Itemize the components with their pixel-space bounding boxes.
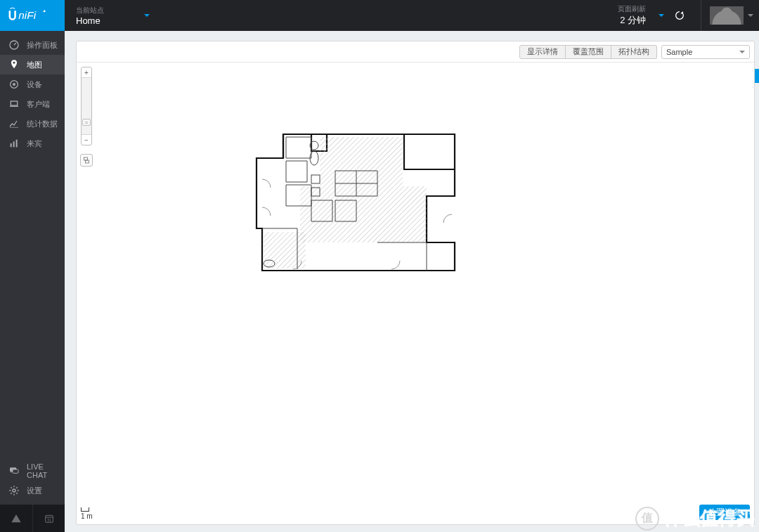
bar-chart-icon: [8, 138, 20, 149]
zoom-out-button[interactable]: −: [82, 135, 91, 145]
svg-rect-20: [300, 186, 427, 242]
site-name: Home: [76, 15, 104, 26]
topology-button[interactable]: 拓扑结构: [611, 45, 657, 59]
svg-point-3: [13, 62, 15, 64]
svg-text:31: 31: [47, 518, 51, 522]
svg-point-12: [13, 489, 15, 492]
nav-list: 操作面板 地图 设备 客户端 统计数据: [0, 31, 65, 153]
place-device-button[interactable]: 放置设备: [699, 505, 750, 520]
scale-label: 1 m: [81, 512, 93, 520]
main-content: 显示详情 覆盖范围 拓扑结构 Sample + −: [65, 31, 759, 532]
floorplan-image: [251, 130, 469, 276]
site-label: 当前站点: [76, 6, 104, 15]
refresh-value: 2 分钟: [618, 14, 646, 27]
coverage-button[interactable]: 覆盖范围: [566, 45, 611, 59]
topbar: niFi 当前站点 Home 页面刷新 2 分钟: [0, 0, 759, 31]
svg-rect-24: [311, 175, 320, 183]
chevron-down-icon[interactable]: [659, 14, 664, 17]
sidebar-item-label: 设置: [27, 486, 42, 496]
scale-indicator: 1 m: [81, 507, 93, 520]
sidebar-item-map[interactable]: 地图: [0, 55, 65, 74]
svg-rect-16: [84, 157, 88, 160]
sidebar-item-label: 客户端: [27, 99, 50, 110]
svg-point-1: [44, 11, 46, 13]
scale-bar-icon: [81, 507, 89, 512]
svg-rect-7: [11, 143, 12, 147]
sidebar-item-dashboard[interactable]: 操作面板: [0, 35, 65, 55]
chat-icon: [8, 465, 20, 476]
map-select-value: Sample: [666, 48, 692, 56]
map-select[interactable]: Sample: [661, 45, 750, 59]
refresh-label: 页面刷新: [618, 4, 646, 14]
user-menu[interactable]: [701, 0, 759, 31]
gauge-icon: [8, 39, 20, 51]
sidebar-item-livechat[interactable]: LIVE CHAT: [0, 461, 65, 481]
disc-icon: [8, 79, 20, 90]
map-toolbar: 显示详情 覆盖范围 拓扑结构 Sample: [77, 41, 754, 63]
refresh-icon[interactable]: [674, 10, 685, 21]
sidebar-item-guests[interactable]: 来宾: [0, 134, 65, 153]
sidebar-item-label: 来宾: [27, 138, 42, 149]
orientation-button[interactable]: [80, 154, 93, 167]
chevron-down-icon: [748, 14, 753, 17]
sidebar-item-devices[interactable]: 设备: [0, 74, 65, 94]
sidebar: 操作面板 地图 设备 客户端 统计数据: [0, 31, 65, 505]
svg-rect-6: [11, 101, 17, 105]
sidebar-item-label: 统计数据: [27, 119, 58, 129]
laptop-icon: [8, 98, 20, 110]
sidebar-item-stats[interactable]: 统计数据: [0, 114, 65, 134]
detail-button[interactable]: 显示详情: [519, 45, 566, 59]
zoom-control: + −: [81, 67, 92, 145]
zoom-thumb[interactable]: [82, 119, 91, 126]
chevron-down-icon[interactable]: [144, 14, 150, 17]
footer-strip: 31: [0, 505, 65, 532]
pin-icon: [8, 59, 20, 70]
line-chart-icon: [8, 118, 20, 129]
events-button[interactable]: 31: [32, 505, 65, 532]
gear-icon: [8, 485, 20, 496]
map-canvas[interactable]: + −: [77, 63, 754, 524]
map-card: 显示详情 覆盖范围 拓扑结构 Sample + −: [76, 41, 755, 525]
alerts-button[interactable]: [0, 505, 32, 532]
svg-rect-8: [13, 141, 15, 147]
zoom-slider[interactable]: [82, 77, 91, 135]
sidebar-item-settings[interactable]: 设置: [0, 481, 65, 500]
sidebar-item-label: 地图: [27, 60, 42, 70]
sidebar-item-clients[interactable]: 客户端: [0, 94, 65, 114]
view-mode-group: 显示详情 覆盖范围 拓扑结构: [519, 45, 657, 59]
refresh-selector[interactable]: 页面刷新 2 分钟: [618, 4, 646, 27]
svg-point-5: [13, 83, 15, 86]
sidebar-item-label: 设备: [27, 79, 42, 90]
zoom-in-button[interactable]: +: [82, 67, 91, 77]
svg-rect-17: [86, 160, 89, 163]
svg-text:niFi: niFi: [18, 9, 36, 21]
svg-rect-11: [13, 469, 18, 473]
unifi-logo[interactable]: niFi: [0, 0, 65, 31]
svg-rect-21: [264, 232, 306, 268]
chevron-down-icon: [739, 51, 745, 53]
sidebar-item-label: 操作面板: [27, 40, 58, 51]
svg-rect-9: [16, 140, 18, 148]
sidebar-item-label: LIVE CHAT: [27, 462, 65, 479]
svg-rect-19: [320, 137, 403, 186]
site-selector[interactable]: 当前站点 Home: [65, 0, 104, 31]
avatar: [710, 6, 744, 25]
